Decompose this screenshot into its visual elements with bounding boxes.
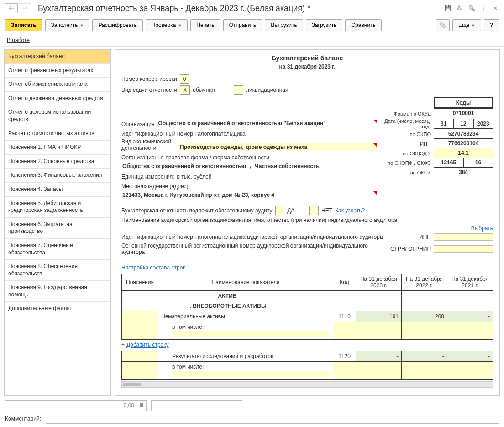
sidebar-item-targetuse[interactable]: Отчет о целевом использовании средств	[5, 105, 110, 127]
print-icon[interactable]: 🖶	[456, 5, 463, 12]
horizontal-scrollbar[interactable]	[121, 381, 493, 388]
decode-button[interactable]: Расшифровать	[92, 19, 142, 31]
choose-link[interactable]: Выбрать	[471, 225, 493, 232]
add-row-link[interactable]: +Добавить строку	[121, 342, 493, 348]
compare-button[interactable]: Сравнить	[345, 19, 381, 31]
audit-inn-label: Идентификационный номер налогоплательщик…	[121, 234, 416, 240]
type-normal-label: обычная	[193, 87, 215, 93]
org-label: Организация	[121, 121, 154, 127]
section-aktiv: АКТИВ	[122, 291, 333, 301]
unit-label: Единица измерения:	[121, 174, 174, 180]
nav-back-button[interactable]: 🡠	[5, 3, 18, 13]
okei-value: 384	[434, 168, 493, 177]
sidebar-item-finresults[interactable]: Отчет о финансовых результатах	[5, 64, 110, 78]
balance-table-2: Результаты исследований и разработок 112…	[121, 351, 493, 380]
menu-icon[interactable]: ⋮	[480, 5, 487, 12]
row1-v1[interactable]: 191	[356, 311, 402, 322]
sidebar-item-expl5[interactable]: Пояснения 5. Дебиторская и кредиторская …	[5, 197, 110, 218]
sidebar: Бухгалтерский баланс Отчет о финансовых …	[4, 49, 111, 396]
th-col1: На 31 декабря 2023 г.	[356, 274, 402, 291]
footer-number-input[interactable]: 0,00 🖩 ▾	[5, 400, 147, 411]
sidebar-item-netassets[interactable]: Расчет стоимости чистых активов	[5, 127, 110, 141]
activity-value[interactable]: Производство одежды, кроме одежды из мех…	[179, 143, 377, 151]
balance-table: Пояснения Наименование показателя Код На…	[121, 274, 493, 340]
org-name[interactable]: Общество с ограниченной ответственностью…	[157, 120, 377, 127]
import-button[interactable]: Загрузить	[306, 19, 343, 31]
sidebar-item-expl1[interactable]: Пояснения 1. НМА и НИОКР	[5, 141, 110, 155]
toolbar: Записать Заполнить▼ Расшифровать Проверк…	[0, 16, 504, 34]
print-button[interactable]: Печать	[190, 19, 220, 31]
okved-value[interactable]: 14.1	[434, 148, 493, 158]
sidebar-item-expl9[interactable]: Пояснения 9. Государственная помощь	[5, 281, 110, 302]
sidebar-item-expl6[interactable]: Пояснения 6. Затраты на производство	[5, 218, 110, 239]
row-incl: в том числе:	[172, 324, 204, 330]
okpo-label: по ОКПО	[382, 132, 434, 137]
audit-inn-short: ИНН	[419, 234, 431, 240]
date-day: 31	[434, 119, 453, 129]
date-label: Дата (число, месяц, год)	[382, 118, 434, 129]
addr-value[interactable]: 121433, Москва г, Кутузовский пр-кт, дом…	[121, 191, 377, 199]
sidebar-item-expl7[interactable]: Пояснения 7. Оценочные обязательства	[5, 239, 110, 260]
audit-howto-link[interactable]: Как узнать?	[335, 207, 365, 214]
audit-ogrn-input[interactable]	[434, 245, 493, 253]
row1-v3[interactable]: -	[447, 311, 493, 322]
table-row[interactable]: в том числе:	[122, 362, 493, 380]
corr-label: Номер корректировки	[121, 76, 177, 82]
sidebar-item-expl4[interactable]: Пояснения 4. Запасы	[5, 183, 110, 197]
config-rows-link[interactable]: Настройка состава строк	[121, 264, 185, 271]
write-button[interactable]: Записать	[5, 19, 42, 31]
type-label: Вид сдачи отчетности	[121, 87, 177, 93]
th-expl: Пояснения	[122, 274, 158, 291]
table-row[interactable]: Нематериальные активы 1110 191 200 -	[122, 311, 493, 322]
activity-label: Вид экономической деятельности	[121, 138, 176, 151]
th-code: Код	[333, 274, 356, 291]
comment-input[interactable]	[46, 414, 499, 424]
audit-ogrn-short: ОГРН/ ОГРНИП	[390, 246, 431, 252]
th-name: Наименование показателя	[158, 274, 333, 291]
corr-value[interactable]: 0	[180, 74, 189, 84]
row2-v3[interactable]: -	[447, 351, 493, 362]
inn-label: ИНН	[382, 141, 434, 147]
footer-text-input[interactable]	[151, 400, 242, 411]
table-row[interactable]: в том числе:	[122, 322, 493, 340]
help-button[interactable]: ?	[484, 19, 499, 31]
window-title: Бухгалтерская отчетность за Январь - Дек…	[38, 4, 444, 13]
audit-no-check[interactable]	[309, 206, 319, 215]
row2-code: 1120	[333, 351, 356, 362]
attach-button[interactable]: 📎	[436, 19, 450, 31]
sidebar-item-balance[interactable]: Бухгалтерский баланс	[5, 50, 110, 64]
row2-v1[interactable]: -	[356, 351, 402, 362]
type-normal-check[interactable]: X	[180, 85, 190, 95]
fill-button[interactable]: Заполнить▼	[45, 19, 90, 31]
row1-v2[interactable]: 200	[402, 311, 447, 322]
audit-yes-label: ДА	[287, 207, 294, 214]
preview-icon[interactable]: 🔍	[468, 5, 475, 12]
codes-header: Коды	[435, 98, 492, 108]
section-vneob: I. ВНЕОБОРОТНЫЕ АКТИВЫ	[122, 301, 333, 311]
export-button[interactable]: Выгрузить	[265, 19, 303, 31]
audit-yes-check[interactable]	[275, 206, 285, 215]
close-icon[interactable]: ✕	[492, 5, 499, 12]
addr-label: Местонахождение (адрес)	[121, 183, 189, 190]
status-link[interactable]: В работе	[7, 37, 30, 43]
audit-no-label: НЕТ	[321, 207, 332, 214]
nav-forward-button[interactable]: 🡢	[19, 3, 31, 13]
sidebar-item-expl3[interactable]: Пояснения 3. Финансовые вложения	[5, 169, 110, 183]
sidebar-item-expl2[interactable]: Пояснения 2. Основные средства	[5, 155, 110, 169]
row2-v2[interactable]: -	[402, 351, 447, 362]
okopf-val2: 16	[463, 158, 493, 168]
more-button[interactable]: Еще▼	[452, 19, 481, 31]
sidebar-item-files[interactable]: Дополнительные файлы	[5, 302, 110, 316]
send-button[interactable]: Отправить	[223, 19, 262, 31]
check-button[interactable]: Проверка▼	[146, 19, 188, 31]
unit-value: в тыс. рублей	[177, 174, 212, 180]
type-liquid-check[interactable]	[234, 85, 243, 95]
sidebar-item-expl8[interactable]: Пояснения 8. Обеспечения обязательств	[5, 260, 110, 281]
table-row[interactable]: Результаты исследований и разработок 112…	[122, 351, 493, 362]
audit-inn-input[interactable]	[434, 233, 493, 241]
sidebar-item-cashflow[interactable]: Отчет о движении денежных средств	[5, 92, 110, 106]
orgform-label: Организационно-правовая форма / форма со…	[121, 154, 269, 161]
save-icon[interactable]: 💾	[444, 5, 452, 12]
sidebar-item-capital[interactable]: Отчет об изменениях капитала	[5, 78, 110, 92]
inn-full-label: Идентификационный номер налогоплательщик…	[121, 131, 246, 137]
